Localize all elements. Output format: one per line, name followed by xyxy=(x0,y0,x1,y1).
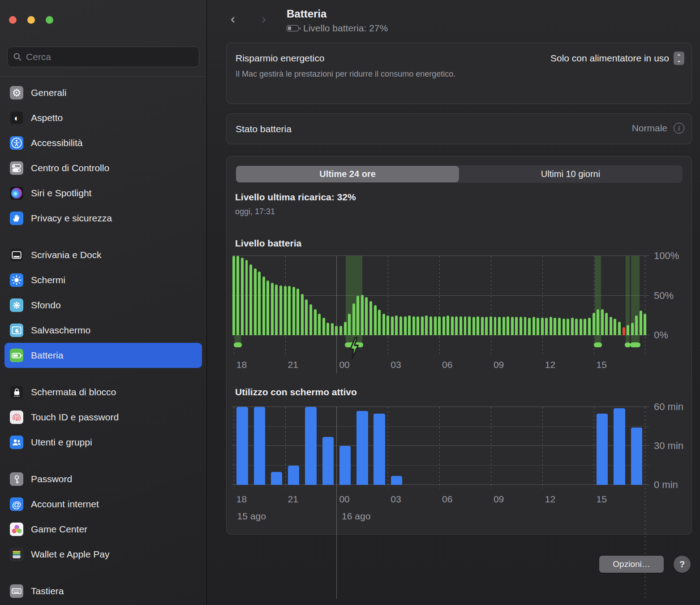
sidebar-item-schermi[interactable]: Schermi xyxy=(4,268,202,293)
energy-saver-title: Risparmio energetico xyxy=(236,53,324,64)
sidebar-item-label: Salvaschermo xyxy=(31,325,90,336)
battery-bar xyxy=(318,314,321,335)
battery-bar xyxy=(429,316,432,335)
battery-bar xyxy=(296,289,299,335)
sidebar-item-sfondo[interactable]: ❋Sfondo xyxy=(4,293,202,318)
zoom-button[interactable] xyxy=(46,16,53,24)
sidebar-item-schermata-di-blocco[interactable]: Schermata di blocco xyxy=(4,380,202,405)
charging-bolt-icon xyxy=(348,337,360,359)
x-axis-label: 18 xyxy=(236,494,247,505)
battery-bar xyxy=(262,277,265,335)
battery-bar xyxy=(593,313,595,335)
battery-bar xyxy=(477,316,479,335)
sidebar-item-generali[interactable]: ⚙Generali xyxy=(4,80,202,105)
x-axis-label: 12 xyxy=(545,359,555,370)
search-field[interactable] xyxy=(7,47,199,67)
x-axis-label: 09 xyxy=(494,359,504,370)
energy-saver-dropdown[interactable]: Solo con alimentatore in uso ⌃⌃ xyxy=(550,52,684,65)
battery-bar xyxy=(399,316,402,335)
sidebar-item-touch-id-e-password[interactable]: Touch ID e password xyxy=(4,405,202,430)
battery-bar xyxy=(412,316,415,335)
gridline-vertical xyxy=(336,256,337,373)
battery-bar xyxy=(558,318,561,335)
battery-bar xyxy=(365,297,368,335)
main-pane: ‹ › Batteria Livello batteria: 27% Rispa… xyxy=(207,0,700,605)
y-axis-label: 0 min xyxy=(654,479,678,491)
battery-bar xyxy=(404,316,407,335)
battery-bar xyxy=(344,322,347,335)
usage-bar xyxy=(356,411,368,485)
sidebar-item-utenti-e-gruppi[interactable]: Utenti e gruppi xyxy=(4,430,202,455)
battery-icon xyxy=(10,349,23,362)
sidebar-item-wallet-e-apple-pay[interactable]: Wallet e Apple Pay xyxy=(4,542,202,567)
info-icon[interactable]: i xyxy=(674,123,684,134)
sidebar-item-privacy-e-sicurezza[interactable]: Privacy e sicurezza xyxy=(4,206,202,231)
sidebar-item-batteria[interactable]: Batteria xyxy=(4,343,202,368)
y-axis-label: 100% xyxy=(654,250,679,262)
minimize-button[interactable] xyxy=(27,16,35,24)
battery-bar xyxy=(279,285,282,336)
energy-saver-card: Risparmio energetico Solo con alimentato… xyxy=(226,43,692,104)
battery-bar xyxy=(387,315,389,335)
sidebar-item-salvaschermo[interactable]: Salvaschermo xyxy=(4,318,202,343)
y-axis-label: 60 min xyxy=(654,401,683,413)
stepper-chevrons-icon: ⌃⌃ xyxy=(674,52,684,65)
battery-bar xyxy=(417,316,419,335)
usage-chart-title: Utilizzo con schermo attivo xyxy=(235,387,357,398)
usage-bar xyxy=(374,414,385,485)
battery-bar xyxy=(550,317,552,335)
battery-bar xyxy=(442,316,445,335)
help-button[interactable]: ? xyxy=(674,556,691,573)
battery-bar xyxy=(356,296,359,336)
sidebar-item-aspetto[interactable]: ◐Aspetto xyxy=(4,105,202,130)
sidebar-item-label: Scrivania e Dock xyxy=(31,250,102,260)
battery-bar xyxy=(640,311,642,335)
sidebar-item-label: Privacy e sicurezza xyxy=(31,213,112,224)
battery-bar xyxy=(567,319,569,335)
sidebar-group: Scrivania e DockSchermi❋SfondoSalvascher… xyxy=(4,242,202,368)
battery-bar xyxy=(601,309,604,335)
battery-bar xyxy=(481,317,484,335)
sidebar-item-tastiera[interactable]: Tastiera xyxy=(4,579,202,604)
sidebar-item-siri-e-spotlight[interactable]: Siri e Spotlight xyxy=(4,181,202,206)
gridline-vertical xyxy=(594,256,594,354)
sidebar-item-account-internet[interactable]: @Account internet xyxy=(4,492,202,517)
sidebar-item-label: Password xyxy=(31,474,72,484)
sidebar-item-scrivania-e-dock[interactable]: Scrivania e Dock xyxy=(4,242,202,268)
battery-bar xyxy=(485,317,488,335)
battery-bar xyxy=(241,258,244,335)
usage-bar xyxy=(339,446,351,485)
gridline-vertical xyxy=(285,407,286,488)
screensaver-icon xyxy=(10,324,23,337)
battery-bar xyxy=(502,317,505,335)
tab-ultimi-10-giorni[interactable]: Ultimi 10 giorni xyxy=(459,166,682,182)
sidebar-nav: ⚙Generali◐AspettoAccessibilitàCentro di … xyxy=(0,80,206,605)
sidebar-item-centro-di-controllo[interactable]: Centro di Controllo xyxy=(4,156,202,181)
battery-bar xyxy=(331,323,334,335)
options-button[interactable]: Opzioni… xyxy=(599,556,664,573)
tab-ultime-24-ore[interactable]: Ultime 24 ore xyxy=(236,166,459,182)
sidebar-item-label: Batteria xyxy=(31,350,63,361)
y-axis-label: 50% xyxy=(654,290,674,302)
sidebar-item-label: Aspetto xyxy=(31,112,63,123)
charge-band xyxy=(235,335,241,342)
sidebar-item-game-center[interactable]: Game Center xyxy=(4,517,202,542)
battery-bar xyxy=(421,316,424,335)
battery-bar xyxy=(292,287,295,335)
forward-button[interactable]: › xyxy=(257,11,271,26)
x-axis-label: 15 xyxy=(597,494,607,505)
battery-bar xyxy=(597,309,599,335)
battery-bar xyxy=(472,317,475,335)
usage-bar xyxy=(271,472,282,485)
sidebar-item-accessibilit-[interactable]: Accessibilità xyxy=(4,130,202,156)
close-button[interactable] xyxy=(9,16,17,24)
back-button[interactable]: ‹ xyxy=(226,11,240,26)
sidebar-item-label: Wallet e Apple Pay xyxy=(31,549,110,560)
battery-bar xyxy=(266,281,269,335)
sidebar-item-password[interactable]: Password xyxy=(4,467,202,492)
battery-bar xyxy=(408,315,411,335)
battery-bar xyxy=(515,317,518,335)
battery-bar xyxy=(374,305,377,335)
search-input[interactable] xyxy=(26,52,193,62)
gridline-vertical xyxy=(439,407,440,488)
